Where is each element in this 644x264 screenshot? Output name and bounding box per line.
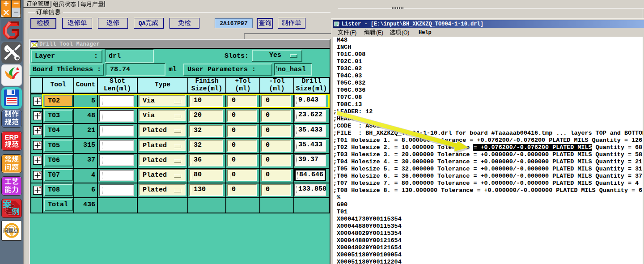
- svg-text:B: B: [39, 97, 41, 100]
- svg-text:H: H: [39, 186, 41, 189]
- svg-text:G: G: [39, 171, 41, 175]
- svg-text:C: C: [39, 112, 41, 115]
- svg-text:F: F: [39, 157, 41, 160]
- svg-text:D: D: [39, 127, 41, 130]
- svg-text:E: E: [39, 142, 41, 145]
